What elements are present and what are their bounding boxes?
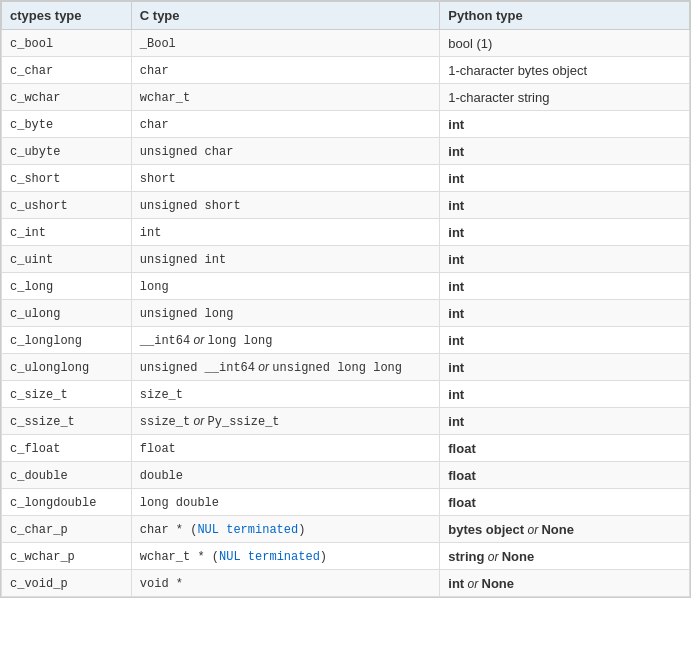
table-row: c_bytecharint: [2, 111, 690, 138]
ctypes-type-cell: c_ubyte: [2, 138, 132, 165]
python-type-cell: 1-character string: [440, 84, 690, 111]
table-row: c_floatfloatfloat: [2, 435, 690, 462]
table-header-row: ctypes type C type Python type: [2, 2, 690, 30]
table-row: c_doubledoublefloat: [2, 462, 690, 489]
c-type-cell: double: [131, 462, 439, 489]
header-python-type: Python type: [440, 2, 690, 30]
python-type-cell: int: [440, 408, 690, 435]
python-type-cell: bool (1): [440, 30, 690, 57]
python-type-cell: int or None: [440, 570, 690, 597]
table-row: c_ssize_tssize_t or Py_ssize_tint: [2, 408, 690, 435]
c-type-cell: float: [131, 435, 439, 462]
python-type-cell: int: [440, 165, 690, 192]
c-type-cell: _Bool: [131, 30, 439, 57]
c-type-cell: unsigned int: [131, 246, 439, 273]
c-type-cell: wchar_t * (NUL terminated): [131, 543, 439, 570]
ctypes-type-cell: c_uint: [2, 246, 132, 273]
python-type-cell: bytes object or None: [440, 516, 690, 543]
table-row: c_shortshortint: [2, 165, 690, 192]
c-type-cell: ssize_t or Py_ssize_t: [131, 408, 439, 435]
table-row: c_ubyteunsigned charint: [2, 138, 690, 165]
python-type-cell: int: [440, 273, 690, 300]
python-type-cell: int: [440, 138, 690, 165]
table-row: c_wcharwchar_t1-character string: [2, 84, 690, 111]
ctypes-type-cell: c_ushort: [2, 192, 132, 219]
table-row: c_ushortunsigned shortint: [2, 192, 690, 219]
table-row: c_longlongint: [2, 273, 690, 300]
c-type-cell: long double: [131, 489, 439, 516]
ctypes-table: ctypes type C type Python type c_bool_Bo…: [1, 1, 690, 597]
table-row: c_longdoublelong doublefloat: [2, 489, 690, 516]
table-row: c_longlong__int64 or long longint: [2, 327, 690, 354]
c-type-cell: unsigned char: [131, 138, 439, 165]
ctypes-type-cell: c_longdouble: [2, 489, 132, 516]
c-type-cell: unsigned short: [131, 192, 439, 219]
table-row: c_bool_Boolbool (1): [2, 30, 690, 57]
c-type-cell: short: [131, 165, 439, 192]
c-type-cell: void *: [131, 570, 439, 597]
c-type-cell: unsigned long: [131, 300, 439, 327]
c-type-cell: char: [131, 57, 439, 84]
ctypes-type-cell: c_wchar_p: [2, 543, 132, 570]
ctypes-type-cell: c_int: [2, 219, 132, 246]
ctypes-type-cell: c_size_t: [2, 381, 132, 408]
python-type-cell: int: [440, 219, 690, 246]
c-type-cell: unsigned __int64 or unsigned long long: [131, 354, 439, 381]
python-type-cell: int: [440, 354, 690, 381]
table-row: c_intintint: [2, 219, 690, 246]
c-type-cell: int: [131, 219, 439, 246]
table-row: c_ulonglongunsigned __int64 or unsigned …: [2, 354, 690, 381]
table-row: c_size_tsize_tint: [2, 381, 690, 408]
python-type-cell: string or None: [440, 543, 690, 570]
python-type-cell: 1-character bytes object: [440, 57, 690, 84]
c-type-cell: size_t: [131, 381, 439, 408]
c-type-cell: long: [131, 273, 439, 300]
ctypes-type-cell: c_byte: [2, 111, 132, 138]
ctypes-type-cell: c_longlong: [2, 327, 132, 354]
ctypes-type-cell: c_ssize_t: [2, 408, 132, 435]
ctypes-type-cell: c_void_p: [2, 570, 132, 597]
ctypes-type-cell: c_ulong: [2, 300, 132, 327]
ctypes-type-cell: c_char: [2, 57, 132, 84]
python-type-cell: int: [440, 111, 690, 138]
ctypes-type-cell: c_double: [2, 462, 132, 489]
table-row: c_uintunsigned intint: [2, 246, 690, 273]
python-type-cell: int: [440, 300, 690, 327]
python-type-cell: float: [440, 489, 690, 516]
python-type-cell: int: [440, 246, 690, 273]
python-type-cell: int: [440, 381, 690, 408]
ctypes-type-cell: c_short: [2, 165, 132, 192]
c-type-cell: char: [131, 111, 439, 138]
ctypes-type-cell: c_char_p: [2, 516, 132, 543]
header-ctypes-type: ctypes type: [2, 2, 132, 30]
python-type-cell: int: [440, 327, 690, 354]
python-type-cell: int: [440, 192, 690, 219]
ctypes-type-cell: c_wchar: [2, 84, 132, 111]
table-row: c_void_pvoid *int or None: [2, 570, 690, 597]
ctypes-type-cell: c_float: [2, 435, 132, 462]
table-row: c_char_pchar * (NUL terminated)bytes obj…: [2, 516, 690, 543]
ctypes-type-cell: c_ulonglong: [2, 354, 132, 381]
table-row: c_wchar_pwchar_t * (NUL terminated)strin…: [2, 543, 690, 570]
table-row: c_ulongunsigned longint: [2, 300, 690, 327]
python-type-cell: float: [440, 462, 690, 489]
ctypes-type-cell: c_long: [2, 273, 132, 300]
table-row: c_charchar1-character bytes object: [2, 57, 690, 84]
python-type-cell: float: [440, 435, 690, 462]
c-type-cell: __int64 or long long: [131, 327, 439, 354]
main-table-container: ctypes type C type Python type c_bool_Bo…: [0, 0, 691, 598]
c-type-cell: char * (NUL terminated): [131, 516, 439, 543]
c-type-cell: wchar_t: [131, 84, 439, 111]
header-c-type: C type: [131, 2, 439, 30]
ctypes-type-cell: c_bool: [2, 30, 132, 57]
